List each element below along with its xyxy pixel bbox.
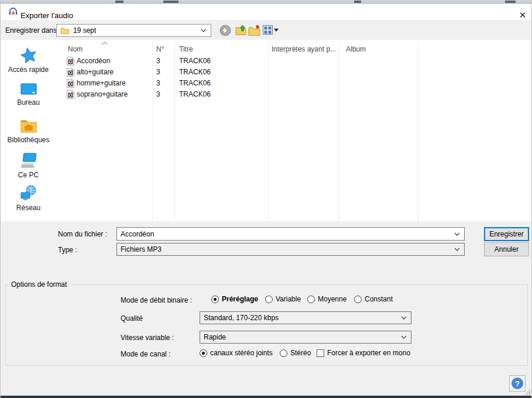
file-row[interactable]: homme+guitare 3 TRACK06 bbox=[64, 78, 415, 89]
radio-button-icon[interactable] bbox=[211, 296, 219, 303]
file-name: Accordéon bbox=[77, 57, 110, 65]
radio-stereo[interactable]: Stéréo bbox=[280, 349, 311, 357]
chevron-down-icon bbox=[397, 335, 411, 339]
chevron-down-icon bbox=[450, 248, 464, 251]
location-toolbar: Enregistrer dans : 19 sept bbox=[1, 20, 532, 40]
quick-access-star-icon bbox=[20, 47, 37, 63]
file-title: TRACK06 bbox=[179, 90, 211, 98]
file-title: TRACK06 bbox=[179, 68, 211, 76]
radio-button-icon[interactable] bbox=[265, 296, 273, 303]
chevron-down-icon bbox=[397, 316, 411, 320]
channel-mode-label: Mode de canal : bbox=[121, 350, 170, 358]
file-number: 3 bbox=[156, 79, 160, 87]
file-type-value: Fichiers MP3 bbox=[117, 245, 162, 253]
file-row[interactable]: Accordéon 3 TRACK06 bbox=[64, 56, 415, 67]
dialog-title: Exporter l'audio bbox=[20, 11, 73, 20]
sidebar-item-desktop[interactable]: Bureau bbox=[1, 83, 56, 107]
cancel-button[interactable]: Annuler bbox=[484, 242, 529, 256]
file-name: soprano+guitare bbox=[77, 90, 128, 98]
radio-preset[interactable]: Préréglage bbox=[211, 295, 258, 303]
column-header-title[interactable]: Titre bbox=[179, 45, 193, 53]
radio-button-icon[interactable] bbox=[280, 349, 287, 357]
help-button[interactable]: ? bbox=[509, 375, 526, 392]
file-row[interactable]: alto+guitare 3 TRACK06 bbox=[64, 67, 415, 78]
column-header-number[interactable]: N° bbox=[156, 45, 164, 53]
file-number: 3 bbox=[156, 90, 160, 98]
back-button-icon[interactable] bbox=[219, 25, 231, 36]
view-menu-icon[interactable] bbox=[263, 25, 273, 35]
quality-combobox[interactable]: Standard, 170-220 kbps bbox=[200, 311, 411, 324]
help-question-icon: ? bbox=[512, 378, 523, 389]
file-type-combobox[interactable]: Fichiers MP3 bbox=[116, 243, 465, 256]
audio-file-icon bbox=[67, 57, 74, 66]
sidebar-item-libraries[interactable]: Bibliothèques bbox=[1, 118, 56, 144]
save-in-value: 19 sept bbox=[70, 26, 96, 35]
sidebar-item-quick-access[interactable]: Accès rapide bbox=[1, 47, 56, 74]
radio-button-icon[interactable] bbox=[354, 296, 362, 303]
file-name: alto+guitare bbox=[77, 68, 114, 76]
network-icon bbox=[20, 185, 37, 201]
column-header-name[interactable]: Nom bbox=[68, 45, 83, 53]
file-browser-area: Accès rapide Bureau Bibliothèques bbox=[1, 40, 532, 221]
folder-icon bbox=[60, 26, 70, 35]
variable-speed-label: Vitesse variable : bbox=[121, 334, 174, 342]
column-header-artists[interactable]: Interprètes ayant p... bbox=[272, 45, 336, 53]
sidebar-item-label: Bureau bbox=[17, 98, 40, 107]
this-pc-icon bbox=[20, 152, 37, 169]
checkbox-icon[interactable] bbox=[317, 349, 324, 357]
variable-speed-value: Rapide bbox=[200, 333, 226, 341]
radio-joint-stereo[interactable]: canaux stéréo joints bbox=[200, 349, 273, 357]
force-mono-checkbox[interactable]: Forcer à exporter en mono bbox=[317, 349, 410, 357]
up-one-level-icon[interactable] bbox=[235, 24, 247, 36]
file-name-combobox[interactable]: Accordéon bbox=[116, 227, 465, 241]
sidebar-item-label: Ce PC bbox=[18, 171, 39, 179]
radio-constant[interactable]: Constant bbox=[354, 295, 393, 303]
radio-button-icon[interactable] bbox=[200, 349, 207, 357]
sidebar-item-label: Accès rapide bbox=[8, 66, 49, 74]
audio-file-icon bbox=[67, 90, 74, 99]
column-header-album[interactable]: Album bbox=[346, 45, 366, 53]
sidebar-item-label: Réseau bbox=[16, 204, 40, 212]
file-name-label: Nom du fichier : bbox=[58, 230, 107, 238]
format-options-title: Options de format bbox=[9, 280, 69, 289]
variable-speed-combobox[interactable]: Rapide bbox=[200, 331, 411, 344]
sidebar-item-network[interactable]: Réseau bbox=[1, 185, 56, 212]
file-name: homme+guitare bbox=[77, 79, 126, 87]
view-menu-caret-icon[interactable] bbox=[274, 29, 279, 32]
audacity-logo-icon bbox=[8, 6, 18, 16]
quality-value: Standard, 170-220 kbps bbox=[200, 314, 279, 322]
file-title: TRACK06 bbox=[179, 79, 211, 87]
sort-ascending-icon bbox=[101, 42, 108, 45]
desktop-icon bbox=[20, 83, 37, 96]
quality-label: Qualité bbox=[121, 314, 143, 322]
chevron-down-icon[interactable] bbox=[450, 232, 464, 236]
sidebar-item-this-pc[interactable]: Ce PC bbox=[1, 152, 56, 179]
save-in-combobox[interactable]: 19 sept bbox=[56, 24, 211, 37]
file-type-label: Type : bbox=[58, 246, 77, 254]
bitrate-mode-label: Mode de débit binaire : bbox=[121, 296, 192, 304]
title-bar: Exporter l'audio ✕ bbox=[1, 4, 532, 20]
save-button[interactable]: Enregistrer bbox=[484, 227, 529, 241]
column-divider[interactable] bbox=[418, 41, 418, 221]
radio-variable[interactable]: Variable bbox=[265, 295, 301, 303]
radio-average[interactable]: Moyenne bbox=[307, 295, 346, 303]
chevron-down-icon bbox=[197, 29, 211, 32]
export-audio-dialog: Exporter l'audio ✕ Enregistrer dans : 19… bbox=[0, 0, 532, 398]
save-in-label: Enregistrer dans : bbox=[5, 26, 61, 35]
audio-file-icon bbox=[67, 68, 74, 77]
file-number: 3 bbox=[156, 68, 160, 76]
resize-grip[interactable] bbox=[525, 389, 531, 395]
sidebar-item-label: Bibliothèques bbox=[7, 136, 49, 144]
file-name-value[interactable]: Accordéon bbox=[117, 230, 154, 238]
file-number: 3 bbox=[156, 57, 160, 65]
file-row[interactable]: soprano+guitare 3 TRACK06 bbox=[64, 89, 415, 100]
radio-button-icon[interactable] bbox=[307, 296, 315, 303]
new-folder-icon[interactable] bbox=[248, 25, 260, 36]
file-title: TRACK06 bbox=[179, 57, 211, 65]
window-bottom-border bbox=[1, 396, 532, 398]
audio-file-icon bbox=[67, 79, 74, 88]
libraries-folder-icon bbox=[20, 118, 37, 133]
